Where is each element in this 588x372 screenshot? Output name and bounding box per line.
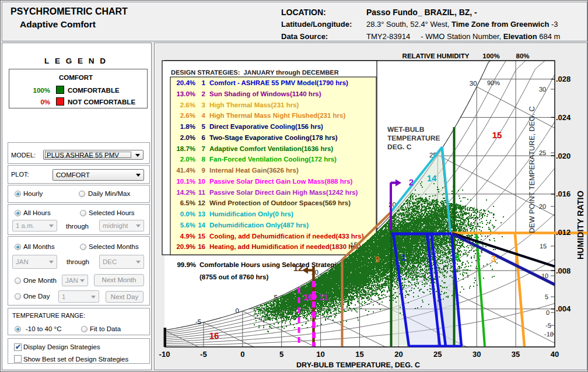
svg-text:20: 20 bbox=[394, 350, 402, 359]
svg-text:20.4%: 20.4% bbox=[176, 80, 195, 87]
svg-text:20.9%: 20.9% bbox=[176, 244, 195, 251]
svg-text:18.7%: 18.7% bbox=[176, 146, 195, 153]
svg-text:Passive Solar Direct Gain Low: Passive Solar Direct Gain Low Mass(888 h… bbox=[209, 178, 353, 185]
svg-text:10.1%: 10.1% bbox=[176, 178, 195, 185]
svg-text:14: 14 bbox=[198, 222, 205, 229]
svg-text:WET-BULB: WET-BULB bbox=[387, 125, 425, 134]
svg-text:2.0%: 2.0% bbox=[180, 135, 195, 142]
svg-text:-10: -10 bbox=[159, 350, 170, 359]
svg-text:.024: .024 bbox=[556, 113, 571, 122]
svg-text:.016: .016 bbox=[556, 189, 570, 198]
svg-text:Wind Protection of Outdoor Spa: Wind Protection of Outdoor Spaces(569 hr… bbox=[209, 200, 351, 207]
svg-text:Dehumidification Only(487 hrs): Dehumidification Only(487 hrs) bbox=[209, 222, 309, 229]
svg-text:8: 8 bbox=[202, 156, 206, 163]
svg-text:41.4%: 41.4% bbox=[176, 167, 195, 174]
svg-text:100%: 100% bbox=[482, 53, 499, 60]
svg-text:90%: 90% bbox=[487, 80, 500, 87]
svg-text:5: 5 bbox=[545, 294, 548, 301]
svg-text:Passive Solar Direct Gain High: Passive Solar Direct Gain High Mass(1242… bbox=[209, 189, 358, 196]
svg-text:.028: .028 bbox=[556, 75, 570, 83]
svg-text:5: 5 bbox=[202, 124, 206, 131]
svg-text:Fan-Forced Ventilation Cooling: Fan-Forced Ventilation Cooling(172 hrs) bbox=[209, 156, 337, 163]
svg-text:Comfortable Hours using Select: Comfortable Hours using Selected Strateg… bbox=[200, 262, 344, 269]
svg-text:2: 2 bbox=[202, 91, 205, 98]
svg-text:2.0%: 2.0% bbox=[180, 156, 195, 163]
svg-text:99.9%: 99.9% bbox=[177, 262, 196, 269]
svg-text:5: 5 bbox=[279, 350, 284, 359]
svg-text:0.0%: 0.0% bbox=[180, 211, 195, 218]
svg-text:30: 30 bbox=[539, 86, 546, 93]
svg-text:7: 7 bbox=[202, 146, 205, 153]
svg-text:.012: .012 bbox=[556, 228, 570, 237]
svg-text:0: 0 bbox=[546, 310, 550, 317]
svg-text:DESIGN STRATEGIES: JANUARY th: DESIGN STRATEGIES: JANUARY through DECEM… bbox=[171, 69, 339, 76]
svg-text:DEG. C: DEG. C bbox=[387, 143, 412, 151]
svg-text:10: 10 bbox=[198, 178, 205, 185]
svg-text:0: 0 bbox=[240, 350, 244, 359]
svg-text:13.0%: 13.0% bbox=[176, 91, 195, 98]
svg-text:-5: -5 bbox=[195, 319, 201, 326]
svg-text:2.6%: 2.6% bbox=[180, 102, 195, 109]
svg-text:25: 25 bbox=[433, 350, 442, 359]
svg-text:RELATIVE HUMIDITY: RELATIVE HUMIDITY bbox=[402, 53, 470, 60]
svg-text:30: 30 bbox=[473, 350, 481, 359]
svg-text:DEW POINT TEMPERATURE, DEG. C: DEW POINT TEMPERATURE, DEG. C bbox=[528, 106, 536, 233]
svg-text:10: 10 bbox=[316, 350, 324, 359]
svg-text:.004: .004 bbox=[556, 304, 571, 313]
svg-text:40: 40 bbox=[551, 350, 559, 359]
svg-text:HUMIDITY RATIO: HUMIDITY RATIO bbox=[576, 191, 586, 259]
svg-text:4.9%: 4.9% bbox=[180, 233, 195, 240]
svg-text:10: 10 bbox=[303, 293, 313, 303]
svg-text:15: 15 bbox=[198, 233, 205, 240]
svg-text:12: 12 bbox=[293, 264, 303, 273]
svg-text:2.6%: 2.6% bbox=[180, 113, 195, 120]
svg-text:DRY-BULB TEMPERATURE, DEG. C: DRY-BULB TEMPERATURE, DEG. C bbox=[296, 361, 420, 369]
svg-text:Sun Shading of Windows(1140 hr: Sun Shading of Windows(1140 hrs) bbox=[209, 91, 321, 98]
svg-text:13: 13 bbox=[198, 211, 205, 218]
svg-text:Direct Evaporative Cooling(156: Direct Evaporative Cooling(156 hrs) bbox=[209, 124, 323, 131]
svg-text:1.8%: 1.8% bbox=[180, 124, 195, 131]
svg-text:.020: .020 bbox=[556, 152, 570, 160]
svg-text:5.6%: 5.6% bbox=[180, 222, 195, 229]
svg-text:6: 6 bbox=[202, 135, 205, 142]
svg-text:25: 25 bbox=[539, 150, 546, 157]
svg-text:-10: -10 bbox=[544, 331, 554, 338]
svg-text:14.2%: 14.2% bbox=[176, 189, 195, 196]
svg-text:15: 15 bbox=[540, 243, 547, 250]
svg-text:9: 9 bbox=[202, 167, 205, 174]
svg-text:10: 10 bbox=[541, 273, 548, 280]
svg-text:3: 3 bbox=[202, 102, 205, 109]
svg-text:Cooling, add Dehumidfication i: Cooling, add Dehumidfication if needed(4… bbox=[209, 233, 364, 240]
svg-text:Heating, add Humidification if: Heating, add Humidification if needed(18… bbox=[209, 244, 361, 251]
svg-text:1: 1 bbox=[401, 253, 406, 263]
svg-text:TEMPERATURE: TEMPERATURE bbox=[387, 134, 440, 142]
svg-text:4: 4 bbox=[202, 113, 206, 120]
svg-text:16: 16 bbox=[209, 331, 219, 341]
svg-text:8: 8 bbox=[455, 253, 460, 263]
svg-text:80%: 80% bbox=[516, 53, 529, 60]
svg-text:6.5%: 6.5% bbox=[180, 200, 195, 207]
svg-text:1: 1 bbox=[202, 80, 206, 87]
svg-text:16: 16 bbox=[198, 244, 205, 251]
svg-text:High Thermal Mass Night Flushe: High Thermal Mass Night Flushed(231 hrs) bbox=[209, 113, 345, 120]
svg-text:Internal Heat Gain(3626 hrs): Internal Heat Gain(3626 hrs) bbox=[209, 167, 299, 174]
svg-text:2: 2 bbox=[409, 178, 414, 188]
svg-text:Adaptive Comfort Ventilation(1: Adaptive Comfort Ventilation(1636 hrs) bbox=[209, 146, 333, 153]
svg-text:-5: -5 bbox=[545, 322, 551, 329]
svg-text:Humidification Only(0 hrs): Humidification Only(0 hrs) bbox=[209, 211, 293, 218]
svg-text:High Thermal Mass(231 hrs): High Thermal Mass(231 hrs) bbox=[209, 102, 299, 109]
svg-text:Comfort - ASHRAE 55 PMV Model(: Comfort - ASHRAE 55 PMV Model(1790 hrs) bbox=[209, 80, 348, 87]
svg-text:12: 12 bbox=[198, 200, 205, 207]
svg-text:15: 15 bbox=[355, 350, 363, 359]
svg-text:11: 11 bbox=[198, 189, 206, 196]
svg-text:-5: -5 bbox=[200, 350, 207, 359]
svg-text:15: 15 bbox=[492, 131, 502, 141]
svg-text:20: 20 bbox=[539, 203, 546, 210]
svg-text:Two-Stage Evaporative Cooling(: Two-Stage Evaporative Cooling(178 hrs) bbox=[209, 135, 338, 142]
svg-text:14: 14 bbox=[427, 174, 437, 184]
svg-text:35: 35 bbox=[512, 350, 520, 359]
svg-text:(8755 out of 8760 hrs): (8755 out of 8760 hrs) bbox=[200, 274, 268, 281]
svg-text:0: 0 bbox=[236, 308, 239, 315]
svg-text:3: 3 bbox=[491, 254, 496, 264]
svg-text:11: 11 bbox=[319, 293, 328, 303]
